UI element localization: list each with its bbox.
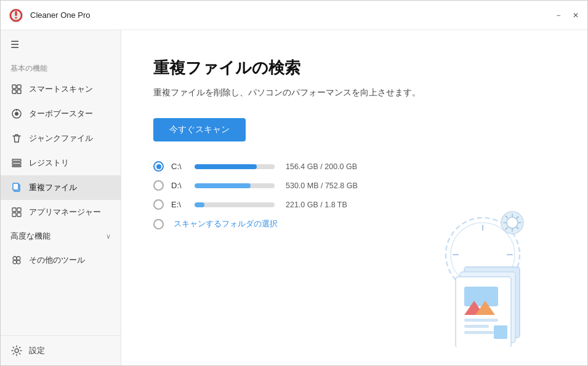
drive-bar-d xyxy=(195,183,275,188)
svg-rect-16 xyxy=(12,208,16,212)
drive-bar-fill-e xyxy=(195,202,204,207)
advanced-section[interactable]: 高度な機能 ∨ xyxy=(1,225,121,248)
settings-item[interactable]: 設定 xyxy=(1,335,121,365)
svg-rect-34 xyxy=(460,272,515,343)
app-title: Cleaner One Pro xyxy=(30,10,554,20)
sidebar: ☰ 基本の機能 スマートスキャン xyxy=(1,30,121,365)
drive-bar-fill-d xyxy=(195,183,251,188)
svg-point-22 xyxy=(13,260,17,264)
registry-icon xyxy=(10,157,23,169)
svg-rect-40 xyxy=(464,325,489,328)
scan-now-button[interactable]: 今すぐスキャン xyxy=(153,118,246,141)
svg-rect-13 xyxy=(12,165,21,167)
drive-item-e: E:\ 221.0 GB / 1.8 TB xyxy=(153,199,555,210)
sidebar-item-app-manager[interactable]: アプリマネージャー xyxy=(1,200,121,225)
svg-point-9 xyxy=(15,112,18,116)
svg-rect-33 xyxy=(464,267,520,338)
drive-item-c: C:\ 156.4 GB / 200.0 GB xyxy=(153,161,555,172)
drive-bar-e xyxy=(195,202,275,207)
svg-rect-17 xyxy=(17,208,21,212)
sidebar-item-other-tools[interactable]: その他のツール xyxy=(1,248,121,273)
settings-icon xyxy=(10,344,23,357)
other-tools-label: その他のツール xyxy=(29,255,85,266)
turbo-booster-label: ターボブースター xyxy=(29,108,93,119)
smart-scan-label: スマートスキャン xyxy=(29,84,93,95)
svg-rect-42 xyxy=(494,325,507,339)
sidebar-item-turbo-booster[interactable]: ターボブースター xyxy=(1,101,121,126)
advanced-section-label: 高度な機能 xyxy=(10,231,50,242)
drive-info-d: 530.0 MB / 752.8 GB xyxy=(286,181,358,190)
settings-label: 設定 xyxy=(29,345,45,356)
svg-marker-37 xyxy=(464,301,484,315)
svg-rect-6 xyxy=(12,90,16,93)
svg-rect-2 xyxy=(15,11,17,16)
svg-point-26 xyxy=(451,223,515,287)
svg-rect-41 xyxy=(464,331,494,334)
window-controls: − ✕ xyxy=(554,11,580,20)
registry-label: レジストリ xyxy=(29,157,69,169)
sidebar-item-junk-files[interactable]: ジャンクファイル xyxy=(1,126,121,151)
svg-point-21 xyxy=(17,257,20,260)
chevron-down-icon: ∨ xyxy=(106,233,111,241)
svg-rect-7 xyxy=(17,90,21,93)
app-window: Cleaner One Pro − ✕ ☰ 基本の機能 スマートスキャン xyxy=(0,0,588,366)
drive-radio-c[interactable] xyxy=(153,161,164,172)
svg-rect-35 xyxy=(456,277,511,347)
svg-rect-5 xyxy=(17,85,21,89)
drive-item-d: D:\ 530.0 MB / 752.8 GB xyxy=(153,180,555,191)
close-button[interactable]: ✕ xyxy=(571,11,580,20)
junk-files-label: ジャンクファイル xyxy=(29,133,93,144)
drive-info-e: 221.0 GB / 1.8 TB xyxy=(286,201,347,209)
svg-point-24 xyxy=(15,349,18,352)
drive-radio-d[interactable] xyxy=(153,180,164,191)
drive-label-d: D:\ xyxy=(171,181,187,190)
svg-rect-12 xyxy=(12,162,21,164)
drive-info-c: 156.4 GB / 200.0 GB xyxy=(286,162,357,171)
drive-list: C:\ 156.4 GB / 200.0 GB D:\ 530.0 MB / 7… xyxy=(153,161,555,229)
svg-rect-4 xyxy=(12,85,16,89)
body-area: ☰ 基本の機能 スマートスキャン xyxy=(1,30,587,365)
drive-item-select-folder: スキャンするフォルダの選択 xyxy=(153,218,555,229)
drive-radio-e[interactable] xyxy=(153,199,164,210)
hamburger-menu[interactable]: ☰ xyxy=(1,30,121,55)
svg-point-3 xyxy=(15,17,17,18)
drive-bar-c xyxy=(195,164,275,169)
other-tools-icon xyxy=(10,254,23,266)
page-title: 重複ファイルの検索 xyxy=(153,57,555,79)
sidebar-item-smart-scan[interactable]: スマートスキャン xyxy=(1,77,121,101)
smart-scan-icon xyxy=(10,83,23,95)
svg-rect-18 xyxy=(12,213,16,217)
svg-marker-38 xyxy=(475,301,495,315)
sidebar-item-registry[interactable]: レジストリ xyxy=(1,151,121,175)
svg-point-23 xyxy=(17,260,20,264)
drive-radio-folder[interactable] xyxy=(153,219,164,229)
svg-point-20 xyxy=(13,257,17,260)
junk-files-icon xyxy=(10,132,23,145)
svg-rect-11 xyxy=(12,159,21,161)
minimize-button[interactable]: − xyxy=(554,11,563,20)
duplicate-files-label: 重複ファイル xyxy=(29,182,77,193)
turbo-booster-icon xyxy=(10,108,23,120)
duplicate-files-icon xyxy=(10,181,23,194)
drive-label-c: C:\ xyxy=(171,162,187,171)
titlebar: Cleaner One Pro − ✕ xyxy=(1,1,587,30)
sidebar-item-duplicate-files[interactable]: 重複ファイル xyxy=(1,175,121,200)
basic-section-label: 基本の機能 xyxy=(1,55,121,77)
svg-rect-39 xyxy=(464,319,498,322)
app-manager-icon xyxy=(10,206,23,218)
svg-rect-19 xyxy=(17,213,21,217)
page-description: 重複ファイルを削除し、パソコンのパフォーマンスを向上させます。 xyxy=(153,87,555,98)
svg-rect-36 xyxy=(464,287,498,306)
app-manager-label: アプリマネージャー xyxy=(29,207,101,218)
main-content: 重複ファイルの検索 重複ファイルを削除し、パソコンのパフォーマンスを向上させます… xyxy=(121,30,587,365)
app-logo xyxy=(8,7,24,23)
drive-bar-fill-c xyxy=(195,164,257,169)
drive-label-e: E:\ xyxy=(171,200,187,209)
select-folder-link[interactable]: スキャンするフォルダの選択 xyxy=(174,218,278,229)
svg-rect-15 xyxy=(13,183,18,190)
